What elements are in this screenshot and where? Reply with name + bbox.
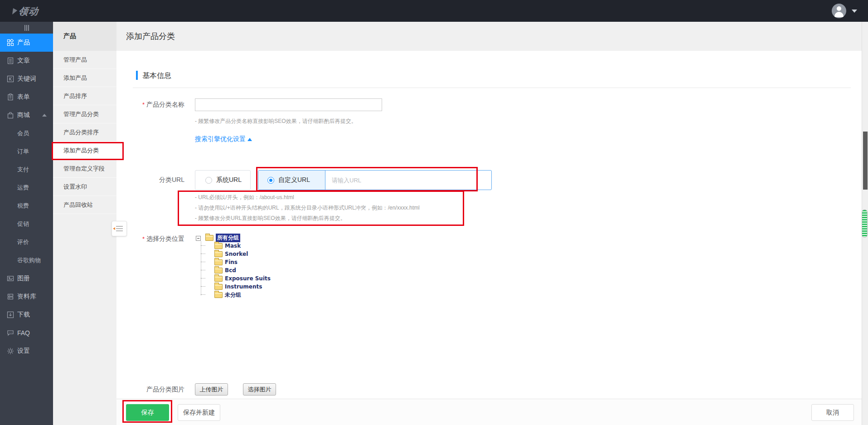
library-icon xyxy=(7,293,14,300)
category-url-label: 分类URL xyxy=(116,176,184,184)
folder-icon xyxy=(214,243,223,249)
tree-collapse-toggle[interactable] xyxy=(196,236,201,241)
custom-url-option-group: 自定义URL xyxy=(258,170,492,190)
tree-node-row[interactable]: Instruments xyxy=(214,283,262,291)
folder-icon xyxy=(214,292,223,298)
tree-node-row[interactable]: Mask xyxy=(214,242,241,250)
sidebar-item-gallery[interactable]: 图册 xyxy=(0,269,53,288)
tree-root-row[interactable]: 所有分组 xyxy=(205,234,240,242)
submenu-item-add-category[interactable]: 添加产品分类 xyxy=(53,142,116,160)
chevron-up-icon xyxy=(247,138,252,141)
keyword-icon xyxy=(7,75,14,83)
folder-icon xyxy=(214,284,223,290)
submenu-item-recycle-bin[interactable]: 产品回收站 xyxy=(53,196,116,214)
scrollbar-thumb[interactable] xyxy=(863,132,868,190)
menu-collapse-icon xyxy=(116,226,123,231)
save-button[interactable]: 保存 xyxy=(126,404,169,421)
save-and-new-button[interactable]: 保存并新建 xyxy=(178,404,220,421)
category-name-input[interactable] xyxy=(195,98,382,111)
topbar: 领动 xyxy=(0,0,868,22)
tree-node-snorkel[interactable]: Snorkel xyxy=(225,251,248,257)
sidebar-item-articles[interactable]: 文章 xyxy=(0,52,53,70)
sidebar-item-forms[interactable]: 表单 xyxy=(0,88,53,106)
upload-image-button[interactable]: 上传图片 xyxy=(195,383,228,396)
sidebar-item-keywords[interactable]: 关键词 xyxy=(0,70,53,88)
tree-node-fins[interactable]: Fins xyxy=(225,259,238,265)
sidebar-item-settings[interactable]: 设置 xyxy=(0,342,53,360)
sidebar-collapse-handle[interactable] xyxy=(0,22,53,34)
article-icon xyxy=(7,57,14,64)
sidebar-item-members[interactable]: 会员 xyxy=(0,124,53,142)
chevron-down-icon xyxy=(852,10,857,13)
folder-icon xyxy=(214,251,223,257)
primary-sidebar: 产品 文章 关键词 表单 商城 会员 xyxy=(0,22,53,425)
sidebar-item-tax[interactable]: 税费 xyxy=(0,197,53,215)
submenu-collapse-button[interactable] xyxy=(112,221,127,236)
grid-icon xyxy=(7,39,14,46)
sidebar-item-downloads[interactable]: 下载 xyxy=(0,306,53,324)
sidebar-item-mall[interactable]: 商城 xyxy=(0,106,53,124)
radio-selected-icon[interactable] xyxy=(267,177,274,184)
url-hint-3: - 频繁修改分类URL直接影响SEO效果，请仔细斟酌后再提交。 xyxy=(195,215,346,222)
submenu-item-custom-fields[interactable]: 管理自定义字段 xyxy=(53,160,116,178)
custom-url-input[interactable] xyxy=(325,171,491,190)
submenu-item-add-product[interactable]: 添加产品 xyxy=(53,69,116,87)
url-hint-2: - 请勿使用以/+语种开头结构的URL，跟系统分目录小语种形式URL冲突，例如：… xyxy=(195,204,420,212)
category-image-label: 产品分类图片 xyxy=(116,386,184,394)
brand-logo: 领动 xyxy=(12,5,39,18)
gallery-icon xyxy=(7,275,14,282)
radio-unselected-icon[interactable] xyxy=(205,177,212,184)
shopping-bag-icon xyxy=(7,112,14,119)
avatar[interactable] xyxy=(832,4,846,18)
divider xyxy=(133,88,851,88)
category-name-label: 产品分类名称 xyxy=(116,101,184,109)
category-name-hint: - 频繁修改产品分类名称直接影响SEO效果，请仔细斟酌后再提交。 xyxy=(195,117,357,125)
folder-icon xyxy=(214,268,223,274)
sidebar-item-payment[interactable]: 支付 xyxy=(0,161,53,179)
choose-image-button[interactable]: 选择图片 xyxy=(243,383,276,396)
page-title: 添加产品分类 xyxy=(126,31,175,42)
form-icon xyxy=(7,93,14,101)
submenu-item-category-sort[interactable]: 产品分类排序 xyxy=(53,123,116,142)
footer-bar: 保存 保存并新建 取消 xyxy=(116,399,868,425)
tree-node-row[interactable]: Fins xyxy=(214,258,238,266)
sidebar-item-orders[interactable]: 订单 xyxy=(0,142,53,161)
user-menu[interactable] xyxy=(832,4,858,18)
tree-node-row[interactable]: Bcd xyxy=(214,266,236,274)
sidebar-item-google-shopping[interactable]: 谷歌购物 xyxy=(0,251,53,269)
section-accent-bar xyxy=(136,71,138,80)
sidebar-item-products[interactable]: 产品 xyxy=(0,34,53,52)
tree-node-row[interactable]: Snorkel xyxy=(214,250,248,258)
sidebar-item-shipping[interactable]: 运费 xyxy=(0,179,53,197)
system-url-option[interactable]: 系统URL xyxy=(195,170,251,190)
submenu-item-manage-products[interactable]: 管理产品 xyxy=(53,51,116,69)
custom-url-option[interactable]: 自定义URL xyxy=(258,171,325,190)
submenu-item-watermark[interactable]: 设置水印 xyxy=(53,178,116,196)
submenu-item-manage-categories[interactable]: 管理产品分类 xyxy=(53,105,116,123)
tree-node-instruments[interactable]: Instruments xyxy=(225,283,262,290)
sidebar-item-faq[interactable]: FAQ xyxy=(0,324,53,342)
tree-node-bcd[interactable]: Bcd xyxy=(225,267,236,274)
folder-icon xyxy=(214,259,223,265)
submenu-title: 产品 xyxy=(53,22,116,51)
tree-node-row[interactable]: Exposure Suits xyxy=(214,274,271,283)
app-root: 领动 产品 文章 关键词 xyxy=(0,0,868,425)
section-title: 基本信息 xyxy=(142,71,171,81)
seo-settings-toggle[interactable]: 搜索引擎优化设置 xyxy=(195,135,252,143)
tree-node-ungrouped[interactable]: 未分组 xyxy=(225,291,241,299)
sidebar-item-promotion[interactable]: 促销 xyxy=(0,215,53,233)
floating-side-widget[interactable] xyxy=(862,210,868,238)
category-position-label: 选择分类位置 xyxy=(116,235,184,243)
sidebar-item-reviews[interactable]: 评价 xyxy=(0,233,53,251)
cancel-button[interactable]: 取消 xyxy=(811,404,854,421)
person-icon xyxy=(837,6,841,11)
submenu-item-product-sort[interactable]: 产品排序 xyxy=(53,87,116,105)
download-icon xyxy=(7,311,14,318)
tree-node-all-groups[interactable]: 所有分组 xyxy=(216,234,240,242)
tree-node-exposure-suits[interactable]: Exposure Suits xyxy=(225,275,271,282)
sidebar-item-library[interactable]: 资料库 xyxy=(0,288,53,306)
folder-icon xyxy=(205,235,213,241)
tree-node-mask[interactable]: Mask xyxy=(225,243,241,249)
secondary-sidebar: 产品 管理产品 添加产品 产品排序 管理产品分类 产品分类排序 添加产品分类 管… xyxy=(53,22,116,425)
tree-node-row[interactable]: 未分组 xyxy=(214,291,241,299)
